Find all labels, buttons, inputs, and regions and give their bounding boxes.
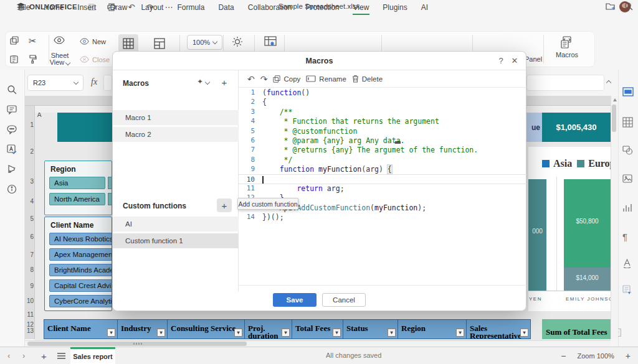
table-settings-icon[interactable]: [622, 117, 634, 128]
table-column-header[interactable]: Proj. duration▾: [244, 319, 292, 339]
chart-settings-icon[interactable]: [622, 203, 634, 214]
slicer-item[interactable]: North America: [49, 193, 105, 205]
menu-tab[interactable]: File: [11, 1, 37, 15]
filter-button[interactable]: ▾: [107, 329, 115, 337]
paste-icon[interactable]: [10, 55, 18, 63]
macros-button[interactable]: Macros: [547, 34, 587, 66]
slicer-item-partial[interactable]: [108, 177, 112, 189]
filter-button[interactable]: ▾: [520, 329, 528, 337]
format-painter-icon[interactable]: [29, 55, 37, 63]
search-icon[interactable]: [7, 85, 18, 96]
open-file-icon[interactable]: [606, 2, 616, 11]
name-box[interactable]: R23: [27, 75, 83, 91]
vertical-scrollbar[interactable]: [611, 96, 618, 339]
copy-button[interactable]: Copy: [273, 75, 300, 83]
row-header[interactable]: 3: [25, 178, 34, 185]
zoom-out-icon[interactable]: −: [561, 351, 566, 361]
pivot-header-cell[interactable]: Sum of Total Fees: [542, 319, 612, 339]
close-button[interactable]: ✕: [510, 56, 520, 65]
menu-tab[interactable]: Insert: [70, 1, 103, 15]
menu-tab[interactable]: Draw: [103, 1, 134, 15]
row-header[interactable]: 9: [25, 282, 34, 289]
chat-icon[interactable]: [7, 124, 18, 136]
slicer-item[interactable]: BrightMinds Acade: [49, 264, 112, 276]
menu-tab[interactable]: Formula: [170, 1, 211, 15]
menu-tab[interactable]: Plugins: [376, 1, 414, 15]
custom-function-list-item[interactable]: AI: [113, 217, 239, 231]
code-line[interactable]: 11 return arg;: [239, 184, 526, 194]
slicer-item[interactable]: Capital Crest Advis: [49, 279, 112, 292]
macro-list-item[interactable]: Macro 1: [113, 110, 239, 125]
client-name-slicer[interactable]: Client Name AI Nexus RoboticsApex Manage…: [44, 217, 112, 311]
code-line[interactable]: 3 /**: [239, 107, 526, 117]
comments-icon[interactable]: [7, 105, 18, 116]
table-column-header[interactable]: Total Fees▾: [292, 319, 343, 339]
cancel-button[interactable]: Cancel: [322, 293, 366, 307]
image-settings-icon[interactable]: [622, 174, 634, 185]
table-column-header[interactable]: Sales Representative▾: [466, 319, 531, 339]
row-header[interactable]: 11: [25, 311, 34, 318]
scroll-up-arrow[interactable]: [613, 98, 617, 101]
editor-undo-icon[interactable]: ↶: [247, 74, 255, 84]
filter-button[interactable]: ▾: [456, 329, 464, 337]
code-line[interactable]: 10: [239, 174, 526, 184]
filter-button[interactable]: ▾: [388, 329, 396, 337]
code-line[interactable]: 5 * @customfunction: [239, 126, 526, 136]
menu-tab[interactable]: Protection: [299, 1, 346, 15]
row-header[interactable]: 4: [25, 198, 34, 205]
menu-tab[interactable]: View: [346, 1, 376, 15]
freeze-panes-grid-icon[interactable]: [118, 34, 138, 53]
editor-redo-icon[interactable]: ↷: [260, 74, 268, 84]
formula-input[interactable]: [103, 75, 112, 91]
table-column-header[interactable]: Consulting Service▾: [167, 319, 244, 339]
code-line[interactable]: 8 */: [239, 155, 526, 165]
sheet-view-eye-icon[interactable]: [54, 36, 65, 44]
slicer-item-partial[interactable]: [108, 193, 112, 205]
table-column-header[interactable]: Client Name▾: [44, 319, 117, 339]
next-sheet-icon[interactable]: ›: [22, 351, 25, 360]
menu-tab[interactable]: Home: [37, 1, 70, 15]
sheet-view-label[interactable]: Sheet View: [49, 52, 71, 66]
zoom-in-icon[interactable]: +: [626, 351, 631, 361]
delete-button[interactable]: Delete: [352, 75, 383, 83]
interface-theme-icon[interactable]: [232, 36, 243, 47]
right-panel-label-fragment[interactable]: Panel: [525, 55, 542, 63]
table-column-header[interactable]: Region▾: [398, 319, 466, 339]
row-header[interactable]: 1: [25, 121, 34, 128]
row-header[interactable]: 13: [25, 327, 34, 334]
filter-button[interactable]: ▾: [333, 329, 341, 337]
zoom-dropdown[interactable]: 100%: [187, 35, 222, 50]
slicer-item[interactable]: AI Nexus Robotics: [49, 233, 112, 245]
table-column-header[interactable]: Status▾: [343, 319, 398, 339]
vertical-scrollbar-thumb[interactable]: [612, 105, 616, 132]
add-macro-button[interactable]: +: [217, 75, 232, 89]
dialog-header[interactable]: Macros ? ✕: [113, 52, 526, 70]
rename-button[interactable]: Rename: [306, 75, 346, 83]
sheet-view-new-button[interactable]: New: [80, 37, 106, 45]
add-custom-function-button[interactable]: +: [217, 198, 232, 212]
freeze-panes-icon[interactable]: [264, 36, 277, 47]
cut-icon[interactable]: ✂: [29, 35, 37, 47]
slicer-item[interactable]: Asia: [49, 177, 105, 189]
save-button[interactable]: Save: [273, 293, 317, 307]
row-header[interactable]: 2: [25, 148, 34, 155]
spellcheck-icon[interactable]: [7, 144, 18, 156]
freeze-row-grid-icon[interactable]: [150, 34, 169, 53]
sheet-list-icon[interactable]: [57, 353, 65, 359]
code-line[interactable]: 14})();: [239, 212, 526, 222]
horizontal-scrollbar-thumb[interactable]: [27, 342, 247, 346]
sheet-tab[interactable]: Sales report: [70, 347, 115, 364]
filter-button[interactable]: ▾: [157, 329, 165, 337]
prev-sheet-icon[interactable]: ‹: [7, 351, 10, 360]
slicer-item[interactable]: CyberCore Analytic: [49, 295, 112, 307]
cell-settings-icon[interactable]: [622, 87, 634, 98]
code-editor[interactable]: 1(function()2{3 /**4 * Function that ret…: [239, 88, 526, 286]
menu-tab[interactable]: Layout: [134, 1, 170, 15]
code-line[interactable]: 9 function myFunction(arg) {: [239, 164, 526, 174]
row-header[interactable]: 10: [25, 297, 34, 304]
menu-tab[interactable]: Collaboration: [241, 1, 299, 15]
sales-chart[interactable]: AsiaEurope 000 $50,800 $14,000 GUYEN EMI…: [528, 147, 611, 311]
code-line[interactable]: 7 * @returns {any} The argumet of the fu…: [239, 145, 526, 155]
filter-button[interactable]: ▾: [282, 329, 290, 337]
macro-list-item[interactable]: Macro 2: [113, 127, 239, 142]
